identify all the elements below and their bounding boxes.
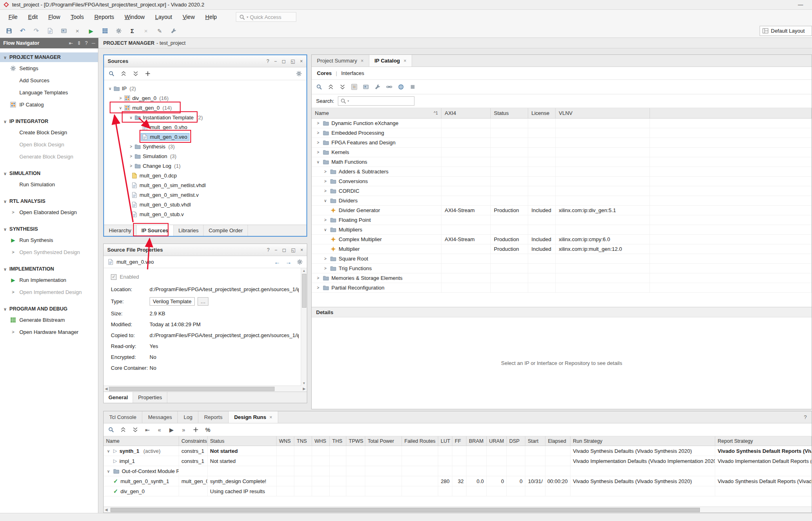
settings-icon[interactable] xyxy=(113,25,124,36)
sidebar-item-settings[interactable]: Settings xyxy=(0,62,98,74)
catalog-row-square-root[interactable]: >Square Root xyxy=(312,254,812,264)
column-header-name[interactable]: Name xyxy=(104,436,179,446)
minimize-icon[interactable]: − xyxy=(275,247,277,253)
column-header-vlnv[interactable]: VLNV xyxy=(556,108,650,118)
tab-ip-sources[interactable]: IP Sources xyxy=(137,225,174,236)
column-header-report-strategy[interactable]: Report Strategy xyxy=(715,436,812,446)
sidebar-item-ip-catalog[interactable]: IP Catalog xyxy=(0,98,98,110)
column-header-axi4[interactable]: AXI4 xyxy=(441,108,491,118)
tree-row-mult-gen-0-stub-v[interactable]: mult_gen_0_stub.v xyxy=(104,209,306,219)
catalog-row-complex-multiplier[interactable]: Complex MultiplierAXI4-StreamProductionI… xyxy=(312,235,812,244)
sidebar-item-run-synthesis[interactable]: ▶Run Synthesis xyxy=(0,234,98,246)
maximize-icon[interactable]: ◻ xyxy=(282,247,286,253)
play-icon[interactable]: ▶ xyxy=(169,427,175,433)
chevron-down-icon[interactable]: ∨ xyxy=(107,86,113,91)
tree-row-ip[interactable]: ∨IP(2) xyxy=(104,83,306,93)
settings-icon[interactable] xyxy=(296,71,302,77)
scroll-left-icon[interactable]: ◀ xyxy=(105,387,108,391)
horizontal-scrollbar[interactable]: ◀ ▶ xyxy=(104,386,307,392)
sidebar-section-simulation[interactable]: ∨SIMULATION xyxy=(0,169,98,178)
catalog-row-conversions[interactable]: >Conversions xyxy=(312,177,812,186)
subtab-interfaces[interactable]: Interfaces xyxy=(341,70,364,76)
tree-row-mult-gen-0-dcp[interactable]: mult_gen_0.dcp xyxy=(104,171,306,180)
chevron-right-icon[interactable]: > xyxy=(323,266,328,271)
sidebar-item-open-synthesized-design[interactable]: >Open Synthesized Design xyxy=(0,246,98,258)
sidebar-section-project-manager[interactable]: ∨PROJECT MANAGER xyxy=(0,52,98,62)
scrollbar-thumb[interactable] xyxy=(109,387,275,391)
column-header-whs[interactable]: WHS xyxy=(312,436,330,446)
settings-icon[interactable] xyxy=(297,259,303,265)
horizontal-scrollbar[interactable]: ◀ xyxy=(104,506,812,513)
tab-tcl-console[interactable]: Tcl Console xyxy=(104,411,142,423)
fast-back-icon[interactable]: « xyxy=(156,427,162,433)
redo-icon[interactable]: ↷ xyxy=(31,25,42,36)
tab-design-runs[interactable]: Design Runs× xyxy=(229,411,278,423)
collapse-all-icon[interactable] xyxy=(328,84,334,90)
column-header-failed-routes[interactable]: Failed Routes xyxy=(402,436,438,446)
chevron-right-icon[interactable]: > xyxy=(316,276,321,280)
collapse-all-icon[interactable] xyxy=(121,71,127,77)
web-icon[interactable] xyxy=(398,84,404,90)
column-header-status[interactable]: Status xyxy=(491,108,528,118)
chevron-down-icon[interactable]: ∨ xyxy=(118,106,123,110)
fast-forward-icon[interactable]: » xyxy=(181,427,187,433)
sidebar-item-add-sources[interactable]: Add Sources xyxy=(0,74,98,86)
column-header-constraints[interactable]: Constraints xyxy=(179,436,208,446)
tree-row-div-gen-0[interactable]: >div_gen_0(16) xyxy=(104,93,306,103)
chevron-right-icon[interactable]: > xyxy=(128,144,134,149)
expand-all-icon[interactable]: ⇕ xyxy=(77,40,81,46)
scroll-down-icon[interactable]: ▼ xyxy=(302,381,306,385)
close-icon[interactable]: × xyxy=(300,58,303,64)
scroll-up-icon[interactable]: ▲ xyxy=(302,269,306,273)
column-header-lut[interactable]: LUT xyxy=(438,436,452,446)
search-icon[interactable] xyxy=(108,71,115,77)
tab-compile-order[interactable]: Compile Order xyxy=(204,225,248,236)
catalog-search-input[interactable]: ▾ xyxy=(338,96,414,106)
catalog-row-adders-subtracters[interactable]: >Adders & Subtracters xyxy=(312,167,812,177)
minimize-button[interactable]: — xyxy=(792,2,809,8)
column-header-run-strategy[interactable]: Run Strategy xyxy=(570,436,715,446)
tab-properties[interactable]: Properties xyxy=(133,392,167,403)
tree-row-mult-gen-0[interactable]: ∨mult_gen_0(14) xyxy=(104,103,306,113)
chevron-right-icon[interactable]: > xyxy=(323,256,328,261)
catalog-row-memories-storage-elements[interactable]: >Memories & Storage Elements xyxy=(312,273,812,283)
add-icon[interactable] xyxy=(145,71,151,77)
column-header-uram[interactable]: URAM xyxy=(487,436,507,446)
column-header-wns[interactable]: WNS xyxy=(277,436,294,446)
sidebar-section-ip-integrator[interactable]: ∨IP INTEGRATOR xyxy=(0,117,98,126)
scroll-right-icon[interactable]: ▶ xyxy=(303,387,306,391)
tab-project-summary[interactable]: Project Summary× xyxy=(312,55,369,67)
subtab-cores[interactable]: Cores xyxy=(317,70,332,76)
more-button[interactable]: … xyxy=(198,297,208,306)
board-icon[interactable] xyxy=(58,25,69,36)
catalog-row-multiplier[interactable]: MultiplierProductionIncludedxilinx.com:i… xyxy=(312,244,812,254)
tree-row-mult-gen-0-stub-vhdl[interactable]: mult_gen_0_stub.vhdl xyxy=(104,200,306,209)
menu-view[interactable]: View xyxy=(177,11,200,23)
report-icon[interactable] xyxy=(44,25,56,36)
chevron-down-icon[interactable]: ∨ xyxy=(106,449,111,453)
column-header-bram[interactable]: BRAM xyxy=(466,436,487,446)
run-row-out-of-context-module-runs[interactable]: ∨Out-of-Context Module Runs xyxy=(104,466,812,476)
column-header-tns[interactable]: TNS xyxy=(294,436,312,446)
search-icon[interactable] xyxy=(316,84,322,90)
chevron-right-icon[interactable]: > xyxy=(128,164,134,168)
catalog-row-fpga-features-and-design[interactable]: >FPGA Features and Design xyxy=(312,138,812,148)
tree-row-change-log[interactable]: >Change Log(1) xyxy=(104,161,306,171)
column-header-status[interactable]: Status xyxy=(208,436,277,446)
column-header-tpws[interactable]: TPWS xyxy=(346,436,365,446)
close-icon[interactable]: × xyxy=(361,58,364,64)
sidebar-section-rtl-analysis[interactable]: ∨RTL ANALYSIS xyxy=(0,196,98,206)
tree-row-synthesis[interactable]: >Synthesis(3) xyxy=(104,142,306,151)
close-icon[interactable]: × xyxy=(300,247,303,253)
expand-all-icon[interactable] xyxy=(339,84,346,90)
maximize-icon[interactable]: ◻ xyxy=(282,58,286,64)
tab-libraries[interactable]: Libraries xyxy=(174,225,204,236)
tree-row-mult-gen-0-vho[interactable]: mult_gen_0.vho xyxy=(104,122,306,132)
menu-tools[interactable]: Tools xyxy=(65,11,89,23)
tree-row-mult-gen-0-veo[interactable]: mult_gen_0.veo xyxy=(104,132,306,142)
sidebar-item-create-block-design[interactable]: Create Block Design xyxy=(0,126,98,138)
sidebar-item-run-implementation[interactable]: ▶Run Implementation xyxy=(0,274,98,286)
tree-row-simulation[interactable]: >Simulation(3) xyxy=(104,151,306,161)
menu-reports[interactable]: Reports xyxy=(89,11,119,23)
sidebar-section-program-and-debug[interactable]: ∨PROGRAM AND DEBUG xyxy=(0,304,98,314)
